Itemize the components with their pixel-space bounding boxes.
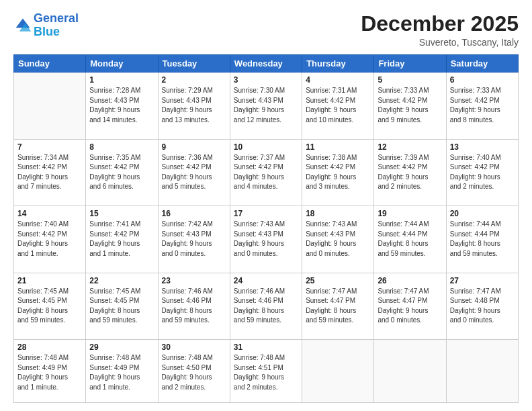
calendar-cell: 9Sunrise: 7:36 AM Sunset: 4:42 PM Daylig… [158, 139, 230, 205]
weekday-header-thursday: Thursday [302, 55, 374, 73]
day-info: Sunrise: 7:35 AM Sunset: 4:42 PM Dayligh… [89, 153, 154, 192]
day-number: 13 [450, 142, 515, 152]
day-number: 16 [162, 209, 226, 218]
day-number: 28 [17, 342, 82, 352]
day-info: Sunrise: 7:42 AM Sunset: 4:43 PM Dayligh… [162, 220, 226, 259]
day-info: Sunrise: 7:46 AM Sunset: 4:46 PM Dayligh… [162, 287, 226, 326]
day-number: 20 [450, 209, 515, 218]
day-info: Sunrise: 7:29 AM Sunset: 4:43 PM Dayligh… [162, 86, 226, 125]
day-number: 3 [234, 75, 298, 85]
calendar-cell: 12Sunrise: 7:39 AM Sunset: 4:42 PM Dayli… [374, 139, 446, 205]
day-info: Sunrise: 7:48 AM Sunset: 4:49 PM Dayligh… [17, 353, 82, 392]
calendar-cell: 4Sunrise: 7:31 AM Sunset: 4:42 PM Daylig… [302, 73, 374, 139]
calendar-cell: 20Sunrise: 7:44 AM Sunset: 4:44 PM Dayli… [446, 206, 518, 273]
day-number: 14 [17, 209, 82, 218]
calendar-cell: 21Sunrise: 7:45 AM Sunset: 4:45 PM Dayli… [14, 273, 86, 339]
day-number: 22 [89, 276, 154, 285]
day-info: Sunrise: 7:40 AM Sunset: 4:42 PM Dayligh… [17, 220, 82, 259]
day-number: 1 [89, 75, 154, 85]
day-info: Sunrise: 7:30 AM Sunset: 4:43 PM Dayligh… [234, 86, 298, 125]
day-number: 21 [17, 276, 82, 285]
day-number: 27 [450, 276, 515, 285]
day-info: Sunrise: 7:31 AM Sunset: 4:42 PM Dayligh… [306, 86, 370, 125]
day-info: Sunrise: 7:33 AM Sunset: 4:42 PM Dayligh… [378, 86, 442, 125]
calendar-cell: 26Sunrise: 7:47 AM Sunset: 4:47 PM Dayli… [374, 273, 446, 339]
day-number: 26 [378, 276, 442, 285]
day-info: Sunrise: 7:36 AM Sunset: 4:42 PM Dayligh… [162, 153, 226, 192]
day-info: Sunrise: 7:48 AM Sunset: 4:49 PM Dayligh… [89, 353, 154, 392]
day-number: 19 [378, 209, 442, 218]
weekday-header-row: SundayMondayTuesdayWednesdayThursdayFrid… [14, 55, 519, 73]
day-info: Sunrise: 7:43 AM Sunset: 4:43 PM Dayligh… [306, 220, 370, 259]
day-number: 17 [234, 209, 298, 218]
calendar-cell: 24Sunrise: 7:46 AM Sunset: 4:46 PM Dayli… [230, 273, 302, 339]
day-number: 2 [162, 75, 226, 85]
calendar-cell: 28Sunrise: 7:48 AM Sunset: 4:49 PM Dayli… [14, 340, 86, 403]
calendar-cell: 3Sunrise: 7:30 AM Sunset: 4:43 PM Daylig… [230, 73, 302, 139]
day-info: Sunrise: 7:47 AM Sunset: 4:47 PM Dayligh… [378, 287, 442, 326]
calendar-cell: 22Sunrise: 7:45 AM Sunset: 4:45 PM Dayli… [86, 273, 158, 339]
calendar-cell: 13Sunrise: 7:40 AM Sunset: 4:42 PM Dayli… [446, 139, 518, 205]
day-number: 5 [378, 75, 442, 85]
day-number: 12 [378, 142, 442, 152]
calendar-table: SundayMondayTuesdayWednesdayThursdayFrid… [13, 54, 519, 403]
day-number: 31 [234, 342, 298, 352]
day-number: 9 [162, 142, 226, 152]
calendar-cell: 16Sunrise: 7:42 AM Sunset: 4:43 PM Dayli… [158, 206, 230, 273]
day-info: Sunrise: 7:45 AM Sunset: 4:45 PM Dayligh… [89, 287, 154, 326]
week-row-1: 1Sunrise: 7:28 AM Sunset: 4:43 PM Daylig… [14, 73, 519, 139]
calendar-cell: 25Sunrise: 7:47 AM Sunset: 4:47 PM Dayli… [302, 273, 374, 339]
calendar-cell [302, 340, 374, 403]
weekday-header-tuesday: Tuesday [158, 55, 230, 73]
day-info: Sunrise: 7:44 AM Sunset: 4:44 PM Dayligh… [450, 220, 515, 259]
day-number: 8 [89, 142, 154, 152]
logo-icon [13, 16, 32, 35]
title-block: December 2025 Suvereto, Tuscany, Italy [361, 12, 519, 48]
logo: General Blue [13, 12, 79, 39]
day-info: Sunrise: 7:47 AM Sunset: 4:48 PM Dayligh… [450, 287, 515, 326]
weekday-header-monday: Monday [86, 55, 158, 73]
calendar-cell [446, 340, 518, 403]
day-info: Sunrise: 7:37 AM Sunset: 4:42 PM Dayligh… [234, 153, 298, 192]
day-info: Sunrise: 7:28 AM Sunset: 4:43 PM Dayligh… [89, 86, 154, 125]
calendar-cell: 11Sunrise: 7:38 AM Sunset: 4:42 PM Dayli… [302, 139, 374, 205]
day-info: Sunrise: 7:33 AM Sunset: 4:42 PM Dayligh… [450, 86, 515, 125]
day-info: Sunrise: 7:44 AM Sunset: 4:44 PM Dayligh… [378, 220, 442, 259]
weekday-header-friday: Friday [374, 55, 446, 73]
calendar-cell: 27Sunrise: 7:47 AM Sunset: 4:48 PM Dayli… [446, 273, 518, 339]
day-number: 4 [306, 75, 370, 85]
calendar-cell: 17Sunrise: 7:43 AM Sunset: 4:43 PM Dayli… [230, 206, 302, 273]
day-number: 15 [89, 209, 154, 218]
day-info: Sunrise: 7:40 AM Sunset: 4:42 PM Dayligh… [450, 153, 515, 192]
calendar-cell: 10Sunrise: 7:37 AM Sunset: 4:42 PM Dayli… [230, 139, 302, 205]
calendar-cell [14, 73, 86, 139]
day-number: 25 [306, 276, 370, 285]
day-number: 10 [234, 142, 298, 152]
day-number: 29 [89, 342, 154, 352]
logo-text: General Blue [34, 12, 79, 39]
day-number: 18 [306, 209, 370, 218]
day-info: Sunrise: 7:38 AM Sunset: 4:42 PM Dayligh… [306, 153, 370, 192]
calendar-cell: 31Sunrise: 7:48 AM Sunset: 4:51 PM Dayli… [230, 340, 302, 403]
day-number: 6 [450, 75, 515, 85]
day-info: Sunrise: 7:43 AM Sunset: 4:43 PM Dayligh… [234, 220, 298, 259]
calendar-cell: 1Sunrise: 7:28 AM Sunset: 4:43 PM Daylig… [86, 73, 158, 139]
day-number: 24 [234, 276, 298, 285]
day-number: 23 [162, 276, 226, 285]
calendar-cell: 23Sunrise: 7:46 AM Sunset: 4:46 PM Dayli… [158, 273, 230, 339]
week-row-4: 21Sunrise: 7:45 AM Sunset: 4:45 PM Dayli… [14, 273, 519, 339]
week-row-2: 7Sunrise: 7:34 AM Sunset: 4:42 PM Daylig… [14, 139, 519, 205]
week-row-5: 28Sunrise: 7:48 AM Sunset: 4:49 PM Dayli… [14, 340, 519, 403]
calendar-cell: 14Sunrise: 7:40 AM Sunset: 4:42 PM Dayli… [14, 206, 86, 273]
day-info: Sunrise: 7:45 AM Sunset: 4:45 PM Dayligh… [17, 287, 82, 326]
calendar-cell [374, 340, 446, 403]
day-info: Sunrise: 7:48 AM Sunset: 4:51 PM Dayligh… [234, 353, 298, 392]
day-number: 11 [306, 142, 370, 152]
weekday-header-wednesday: Wednesday [230, 55, 302, 73]
weekday-header-sunday: Sunday [14, 55, 86, 73]
day-info: Sunrise: 7:41 AM Sunset: 4:42 PM Dayligh… [89, 220, 154, 259]
header: General Blue December 2025 Suvereto, Tus… [13, 12, 519, 48]
month-title: December 2025 [361, 12, 519, 36]
calendar-cell: 8Sunrise: 7:35 AM Sunset: 4:42 PM Daylig… [86, 139, 158, 205]
day-info: Sunrise: 7:39 AM Sunset: 4:42 PM Dayligh… [378, 153, 442, 192]
